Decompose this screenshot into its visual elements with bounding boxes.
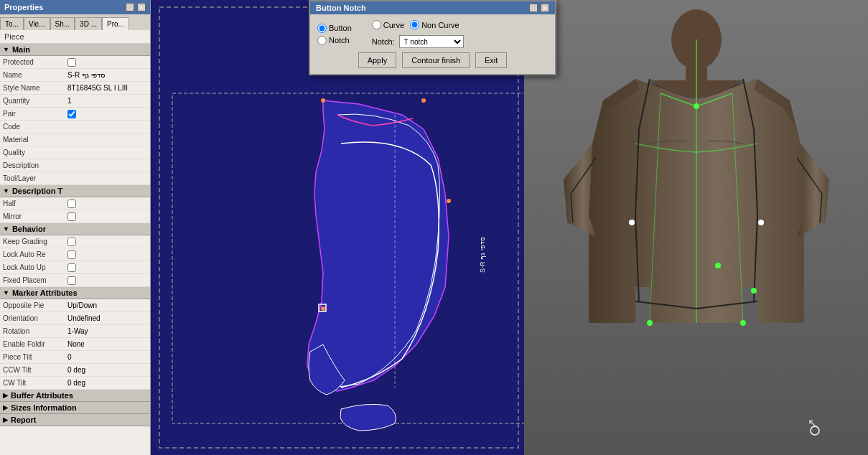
sizes-info-section-header[interactable]: ▶Sizes Information [0, 402, 150, 414]
minimize-btn[interactable]: _ [126, 3, 134, 11]
prop-mirror: Mirror [0, 210, 150, 223]
dialog-buttons-row: Apply Contour finish Exit [317, 52, 548, 68]
svg-point-32 [715, 263, 721, 268]
dialog-options-row: Button Notch Curve Non Curve [317, 20, 548, 48]
prop-ccw-tilt: CCW Tilt 0 deg [0, 364, 150, 377]
exit-button[interactable]: Exit [475, 52, 507, 68]
title-controls: _ × [126, 3, 146, 11]
prop-keep-grading: Keep Grading [0, 235, 150, 248]
prop-style-name: Style Name 8T16845G SL I LIII [0, 82, 150, 95]
dialog-body: Button Notch Curve Non Curve [310, 14, 555, 74]
prop-name: Name S-R סדפי גף [0, 69, 150, 82]
button-radio-label[interactable]: Button [317, 24, 352, 33]
tab-pro[interactable]: Pro... [102, 17, 129, 30]
curve-options: Curve Non Curve Notch: T notch V notch R… [372, 20, 464, 48]
properties-scroll[interactable]: ▼Main Protected Name S-R סדפי גף Style N… [0, 44, 150, 438]
prop-protected: Protected [0, 56, 150, 69]
prop-material: Material [0, 133, 150, 146]
buffer-attr-section-header[interactable]: ▶Buffer Attributes [0, 390, 150, 402]
prop-rotation: Rotation 1-Way [0, 325, 150, 338]
buffer-attr-label: Buffer Attributes [11, 391, 73, 400]
report-label: Report [11, 416, 36, 424]
notch-label: Notch: [372, 37, 395, 46]
view3d-panel[interactable]: ↖ [524, 0, 868, 455]
notch-select-row: Notch: T notch V notch Round notch [372, 35, 464, 48]
svg-text:S-R סדפי גף: S-R סדפי גף [479, 237, 486, 273]
report-section-header[interactable]: ▶Report [0, 414, 150, 426]
non-curve-text: Non Curve [421, 21, 459, 29]
svg-point-31 [751, 288, 757, 294]
prop-cw-tilt: CW Tilt 0 deg [0, 377, 150, 390]
notch-select[interactable]: T notch V notch Round notch [399, 35, 464, 48]
apply-button[interactable]: Apply [358, 52, 397, 68]
mirror-checkbox[interactable] [67, 212, 76, 221]
close-btn[interactable]: × [137, 3, 146, 11]
curve-radio-label[interactable]: Curve [372, 20, 404, 29]
prop-lock-auto-re: Lock Auto Re [0, 248, 150, 261]
curve-radio[interactable] [372, 20, 381, 29]
properties-panel: Properties _ × To... Vie... Sh... 3D ...… [0, 0, 151, 455]
svg-point-33 [647, 320, 653, 326]
svg-point-6 [447, 199, 451, 203]
marker-attr-section-header[interactable]: ▼Marker Attributes [0, 287, 150, 299]
prop-half: Half [0, 197, 150, 210]
prop-opposite-pie: Opposite Pie Up/Down [0, 299, 150, 312]
contour-finish-button[interactable]: Contour finish [402, 52, 470, 68]
lock-auto-up-checkbox[interactable] [67, 263, 76, 272]
tab-to[interactable]: To... [0, 17, 24, 30]
dialog-title-controls: _ × [529, 4, 549, 12]
half-checkbox[interactable] [67, 200, 76, 208]
desc-t-label: Description T [12, 187, 62, 195]
prop-fixed-place: Fixed Placem [0, 274, 150, 287]
button-radio-text: Button [329, 24, 352, 32]
notch-radio-label[interactable]: Notch [317, 36, 352, 45]
prop-tool-layer: Tool/Layer [0, 172, 150, 185]
non-curve-radio-label[interactable]: Non Curve [410, 20, 459, 29]
prop-enable-folding: Enable Foldir None [0, 338, 150, 351]
desc-t-section-header[interactable]: ▼Description T [0, 185, 150, 197]
lock-auto-re-checkbox[interactable] [67, 250, 76, 259]
radio-group: Button Notch [317, 24, 352, 45]
dialog-minimize-btn[interactable]: _ [529, 4, 538, 12]
svg-point-5 [421, 98, 426, 103]
tab-sh[interactable]: Sh... [50, 17, 75, 30]
dialog-title-text: Button Notch [316, 4, 366, 12]
pair-checkbox[interactable] [67, 110, 76, 118]
curve-radio-row: Curve Non Curve [372, 20, 464, 29]
non-curve-radio[interactable] [410, 20, 419, 29]
prop-piece-tilt: Piece Tilt 0 [0, 351, 150, 364]
figure-canvas: ↖ [524, 0, 868, 455]
main-section-header[interactable]: ▼Main [0, 44, 150, 56]
piece-label: Piece [0, 30, 150, 44]
svg-point-4 [321, 98, 325, 103]
button-radio[interactable] [317, 24, 327, 33]
svg-point-10 [321, 306, 325, 311]
marker-attr-label: Marker Attributes [12, 289, 78, 297]
dialog-title-bar: Button Notch _ × [310, 1, 555, 14]
sizes-info-label: Sizes Information [11, 403, 77, 412]
dialog-close-btn[interactable]: × [541, 4, 549, 12]
notch-radio[interactable] [317, 36, 327, 45]
prop-orientation: Orientation Undefined [0, 312, 150, 325]
prop-code: Code [0, 121, 150, 133]
svg-point-29 [694, 103, 699, 109]
svg-point-34 [740, 320, 746, 326]
protected-checkbox[interactable] [67, 58, 76, 67]
fixed-place-checkbox[interactable] [67, 276, 76, 285]
properties-title: Properties _ × [0, 0, 150, 14]
main-section-label: Main [12, 45, 30, 54]
behavior-label: Behavior [12, 225, 46, 233]
notch-radio-text: Notch [329, 36, 350, 44]
tab-3d[interactable]: 3D ... [75, 17, 102, 30]
prop-pair: Pair [0, 108, 150, 121]
curve-text: Curve [383, 21, 404, 29]
svg-point-36 [629, 220, 635, 225]
properties-tabs: To... Vie... Sh... 3D ... Pro... [0, 14, 150, 30]
svg-point-35 [758, 220, 764, 225]
tab-vie[interactable]: Vie... [24, 17, 50, 30]
behavior-section-header[interactable]: ▼Behavior [0, 223, 150, 235]
button-notch-dialog: Button Notch _ × Button Notch [309, 0, 556, 75]
prop-description: Description [0, 159, 150, 172]
prop-quantity: Quantity 1 [0, 95, 150, 108]
keep-grading-checkbox[interactable] [67, 238, 76, 246]
